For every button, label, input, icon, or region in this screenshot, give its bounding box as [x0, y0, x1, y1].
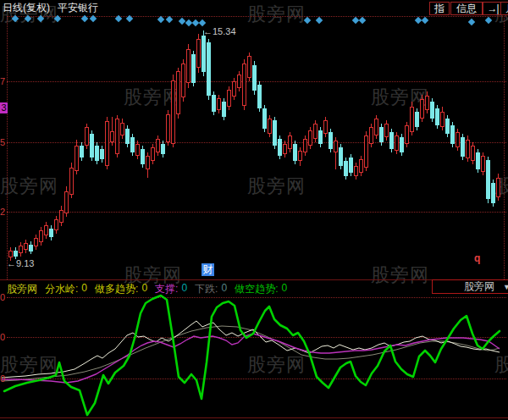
indicator-header-item: 下跌:0	[195, 282, 227, 296]
price-axis-digit: 7	[0, 76, 5, 86]
indicator-value: 0	[141, 282, 147, 296]
indicator-axis-digit: 0	[0, 292, 5, 302]
chevron-down-icon: ▼	[503, 283, 508, 291]
q-marker: q	[474, 252, 480, 264]
indicator-header-item: 分水岭:0	[45, 282, 87, 296]
indicator-value: 0	[221, 282, 227, 296]
indicator-button[interactable]: 指	[429, 2, 450, 15]
indicator-header-item: 做多趋势:0	[95, 282, 147, 296]
indicator-header: 股旁网分水岭:0做多趋势:0支撑:0下跌:0做空趋势:0	[7, 282, 287, 296]
indicator-header-item: 股旁网	[7, 282, 37, 296]
cai-marker-badge: 财	[202, 263, 214, 276]
stock-name: 平安银行	[58, 2, 98, 14]
low-price-label: ←9.13	[7, 258, 34, 268]
info-button[interactable]: 信息	[450, 2, 483, 15]
indicator-header-item: 支撑:0	[155, 282, 187, 296]
high-price-label: ←15.34	[203, 26, 236, 36]
indicator-header-item: 做空趋势:0	[235, 282, 287, 296]
price-axis-digit: 2	[0, 207, 5, 217]
indicator-value: 0	[281, 282, 287, 296]
indicator-label: 支撑:	[155, 282, 178, 296]
title-bar: 日线(复权)平安银行	[3, 1, 106, 15]
indicator-axis-digit: 0	[0, 332, 5, 342]
month-button[interactable]: 月	[500, 2, 508, 15]
indicator-lines	[0, 0, 508, 420]
indicator-label: 分水岭:	[45, 282, 78, 296]
indicator-axis-digit: 0	[0, 373, 5, 384]
indicator-value: 0	[81, 282, 87, 296]
indicator-label: 做空趋势:	[235, 282, 278, 296]
price-tag-magenta: 3	[0, 102, 8, 113]
app-window: 股旁网股旁网股旁网股旁网股旁网股旁网股旁网股旁网股旁网股旁网股旁网股旁网股旁网 …	[0, 0, 508, 420]
indicator-value: 0	[181, 282, 187, 296]
period-label: 日线(复权)	[3, 2, 50, 14]
indicator-label: 做多趋势:	[95, 282, 138, 296]
indicator-label: 下跌:	[195, 282, 218, 296]
dropdown-label: 股旁网	[464, 279, 494, 294]
price-axis-digit: 5	[0, 137, 5, 147]
indicator-label: 股旁网	[7, 282, 37, 296]
magenta-trend-line	[2, 334, 500, 383]
indicator-dropdown[interactable]: 股旁网 ▼	[432, 279, 508, 294]
bottom-border	[0, 417, 508, 418]
green-trend-line	[4, 296, 500, 415]
